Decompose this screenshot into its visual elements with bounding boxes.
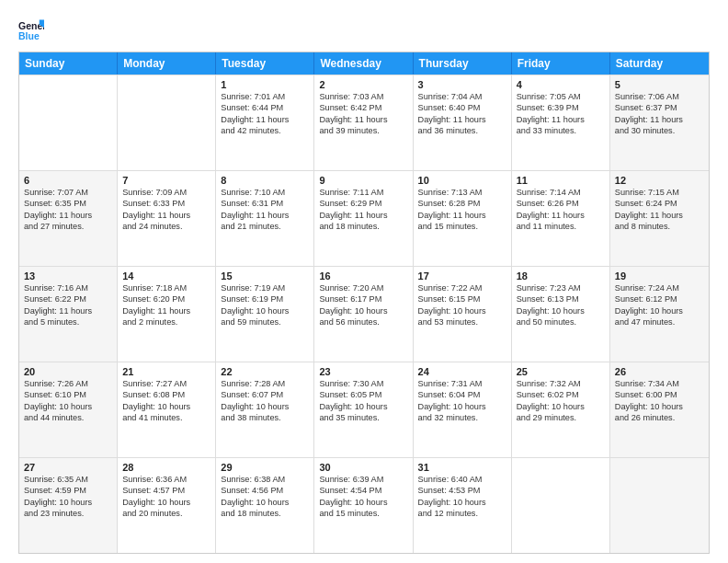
cell-info-line: Sunset: 6:24 PM	[615, 198, 704, 209]
day-cell-12: 12Sunrise: 7:15 AMSunset: 6:24 PMDayligh…	[610, 171, 709, 266]
day-number: 22	[221, 366, 309, 377]
day-number: 14	[122, 270, 210, 282]
day-cell-19: 19Sunrise: 7:24 AMSunset: 6:12 PMDayligh…	[610, 267, 709, 362]
cell-info-line: Sunrise: 7:28 AM	[221, 378, 309, 389]
day-number: 23	[319, 366, 407, 377]
cell-info-line: and 26 minutes.	[615, 412, 704, 423]
cell-info-line: and 18 minutes.	[221, 508, 309, 519]
cell-info-line: and 30 minutes.	[615, 125, 704, 136]
day-number: 13	[24, 270, 112, 282]
cell-info-line: Sunrise: 7:32 AM	[517, 378, 605, 389]
day-number: 26	[615, 366, 704, 377]
day-number: 31	[418, 462, 506, 473]
cell-info-line: Daylight: 10 hours	[221, 401, 309, 412]
cell-info-line: Sunset: 6:40 PM	[418, 102, 506, 113]
day-number: 10	[418, 175, 506, 186]
cell-info-line: Sunrise: 7:04 AM	[418, 91, 506, 102]
cell-info-line: Daylight: 10 hours	[517, 305, 605, 316]
cell-info-line: Daylight: 10 hours	[615, 305, 704, 316]
calendar-row-3: 20Sunrise: 7:26 AMSunset: 6:10 PMDayligh…	[19, 362, 709, 457]
cell-info-line: Daylight: 11 hours	[418, 114, 506, 125]
cell-info-line: Sunset: 6:42 PM	[319, 102, 407, 113]
day-cell-7: 7Sunrise: 7:09 AMSunset: 6:33 PMDaylight…	[118, 171, 216, 266]
cell-info-line: and 15 minutes.	[319, 508, 407, 519]
calendar: SundayMondayTuesdayWednesdayThursdayFrid…	[18, 52, 710, 554]
calendar-body: 1Sunrise: 7:01 AMSunset: 6:44 PMDaylight…	[19, 75, 709, 553]
cell-info-line: Sunrise: 7:22 AM	[418, 282, 506, 293]
cell-info-line: and 35 minutes.	[319, 412, 407, 423]
cell-info-line: Sunrise: 7:13 AM	[418, 187, 506, 198]
day-cell-3: 3Sunrise: 7:04 AMSunset: 6:40 PMDaylight…	[414, 75, 512, 170]
day-cell-15: 15Sunrise: 7:19 AMSunset: 6:19 PMDayligh…	[216, 267, 314, 362]
cell-info-line: and 50 minutes.	[517, 316, 605, 327]
cell-info-line: and 47 minutes.	[615, 316, 704, 327]
cell-info-line: Daylight: 10 hours	[122, 497, 210, 508]
day-number: 6	[24, 175, 112, 186]
cell-info-line: and 29 minutes.	[517, 412, 605, 423]
cell-info-line: and 56 minutes.	[319, 316, 407, 327]
cell-info-line: Sunset: 6:39 PM	[517, 102, 605, 113]
cell-info-line: Sunrise: 7:10 AM	[221, 187, 309, 198]
cell-info-line: Daylight: 11 hours	[122, 210, 210, 221]
cell-info-line: Daylight: 10 hours	[319, 497, 407, 508]
cell-info-line: Sunset: 6:31 PM	[221, 198, 309, 209]
cell-info-line: Sunset: 6:17 PM	[319, 293, 407, 304]
cell-info-line: Sunset: 6:05 PM	[319, 389, 407, 400]
empty-cell-0-0	[19, 75, 118, 170]
cell-info-line: Sunrise: 7:15 AM	[615, 187, 704, 198]
cell-info-line: Sunset: 4:57 PM	[122, 485, 210, 496]
cell-info-line: Daylight: 10 hours	[24, 401, 112, 412]
cell-info-line: Sunrise: 7:05 AM	[517, 91, 605, 102]
day-number: 28	[122, 462, 210, 473]
cell-info-line: Daylight: 10 hours	[615, 401, 704, 412]
day-cell-22: 22Sunrise: 7:28 AMSunset: 6:07 PMDayligh…	[216, 362, 314, 457]
day-cell-14: 14Sunrise: 7:18 AMSunset: 6:20 PMDayligh…	[118, 267, 216, 362]
cell-info-line: and 5 minutes.	[24, 316, 112, 327]
day-cell-10: 10Sunrise: 7:13 AMSunset: 6:28 PMDayligh…	[414, 171, 512, 266]
cell-info-line: Sunrise: 6:39 AM	[319, 474, 407, 485]
day-cell-30: 30Sunrise: 6:39 AMSunset: 4:54 PMDayligh…	[314, 458, 413, 553]
day-number: 17	[418, 270, 506, 282]
day-number: 19	[615, 270, 704, 282]
cell-info-line: Sunset: 6:13 PM	[517, 293, 605, 304]
cell-info-line: Daylight: 11 hours	[221, 114, 309, 125]
day-cell-8: 8Sunrise: 7:10 AMSunset: 6:31 PMDaylight…	[216, 171, 314, 266]
cell-info-line: Sunset: 6:26 PM	[517, 198, 605, 209]
calendar-row-0: 1Sunrise: 7:01 AMSunset: 6:44 PMDaylight…	[19, 75, 709, 170]
day-number: 21	[122, 366, 210, 377]
day-number: 4	[517, 79, 605, 90]
day-number: 29	[221, 462, 309, 473]
day-cell-26: 26Sunrise: 7:34 AMSunset: 6:00 PMDayligh…	[610, 362, 709, 457]
cell-info-line: Sunrise: 7:11 AM	[319, 187, 407, 198]
day-number: 25	[517, 366, 605, 377]
cell-info-line: Sunrise: 7:31 AM	[418, 378, 506, 389]
cell-info-line: and 27 minutes.	[24, 221, 112, 232]
cell-info-line: and 12 minutes.	[418, 508, 506, 519]
cell-info-line: Sunrise: 7:07 AM	[24, 187, 112, 198]
cell-info-line: and 21 minutes.	[221, 221, 309, 232]
cell-info-line: Sunset: 6:28 PM	[418, 198, 506, 209]
cell-info-line: Sunrise: 6:40 AM	[418, 474, 506, 485]
day-cell-28: 28Sunrise: 6:36 AMSunset: 4:57 PMDayligh…	[118, 458, 216, 553]
cell-info-line: and 15 minutes.	[418, 221, 506, 232]
cell-info-line: Sunset: 6:10 PM	[24, 389, 112, 400]
cell-info-line: Daylight: 11 hours	[24, 210, 112, 221]
cell-info-line: Sunrise: 7:19 AM	[221, 282, 309, 293]
day-number: 2	[319, 79, 407, 90]
cell-info-line: Daylight: 11 hours	[221, 210, 309, 221]
logo: General Blue	[18, 17, 48, 42]
day-cell-27: 27Sunrise: 6:35 AMSunset: 4:59 PMDayligh…	[19, 458, 118, 553]
cell-info-line: Sunrise: 7:06 AM	[615, 91, 704, 102]
empty-cell-4-6	[610, 458, 709, 553]
cell-info-line: and 2 minutes.	[122, 316, 210, 327]
cell-info-line: Sunset: 6:20 PM	[122, 293, 210, 304]
header-day-tuesday: Tuesday	[216, 52, 314, 75]
cell-info-line: Sunset: 6:04 PM	[418, 389, 506, 400]
cell-info-line: Sunset: 4:54 PM	[319, 485, 407, 496]
calendar-header: SundayMondayTuesdayWednesdayThursdayFrid…	[19, 52, 709, 75]
cell-info-line: Sunset: 6:37 PM	[615, 102, 704, 113]
cell-info-line: Sunrise: 6:35 AM	[24, 474, 112, 485]
day-number: 15	[221, 270, 309, 282]
day-cell-24: 24Sunrise: 7:31 AMSunset: 6:04 PMDayligh…	[414, 362, 512, 457]
cell-info-line: Sunrise: 7:23 AM	[517, 282, 605, 293]
